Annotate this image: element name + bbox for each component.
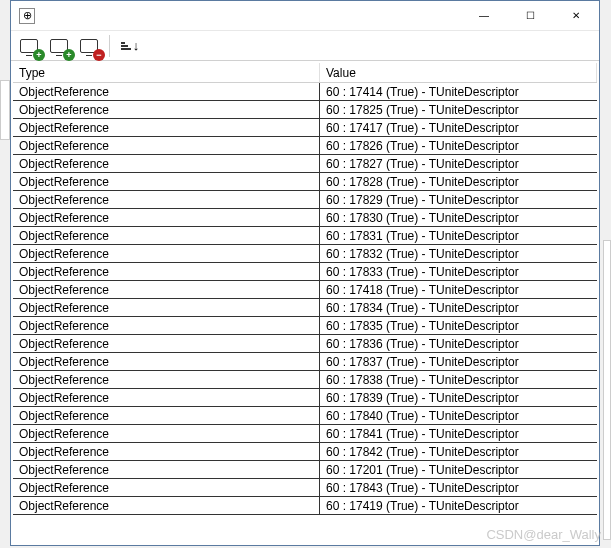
table-body: ObjectReference60 : 17414 (True) - TUnit… (13, 83, 597, 543)
table-row[interactable]: ObjectReference60 : 17825 (True) - TUnit… (13, 101, 597, 119)
inspector-window: ⊕ — ☐ ✕ + + − ↓ Type Value O (10, 0, 600, 546)
cell-type: ObjectReference (13, 497, 320, 514)
cell-value: 60 : 17842 (True) - TUniteDescriptor (320, 443, 597, 460)
cell-value: 60 : 17417 (True) - TUniteDescriptor (320, 119, 597, 136)
cell-type: ObjectReference (13, 335, 320, 352)
cell-value: 60 : 17201 (True) - TUniteDescriptor (320, 461, 597, 478)
cell-value: 60 : 17825 (True) - TUniteDescriptor (320, 101, 597, 118)
table-row[interactable]: ObjectReference60 : 17201 (True) - TUnit… (13, 461, 597, 479)
cell-type: ObjectReference (13, 299, 320, 316)
table-row[interactable]: ObjectReference60 : 17827 (True) - TUnit… (13, 155, 597, 173)
cell-value: 60 : 17837 (True) - TUniteDescriptor (320, 353, 597, 370)
table-row[interactable]: ObjectReference60 : 17418 (True) - TUnit… (13, 281, 597, 299)
table-row[interactable]: ObjectReference60 : 17835 (True) - TUnit… (13, 317, 597, 335)
cell-value: 60 : 17829 (True) - TUniteDescriptor (320, 191, 597, 208)
remove-watch-button[interactable]: − (75, 33, 103, 59)
table-row[interactable]: ObjectReference60 : 17829 (True) - TUnit… (13, 191, 597, 209)
cell-value: 60 : 17826 (True) - TUniteDescriptor (320, 137, 597, 154)
maximize-button[interactable]: ☐ (507, 1, 553, 31)
cell-type: ObjectReference (13, 137, 320, 154)
cell-type: ObjectReference (13, 173, 320, 190)
sort-button[interactable]: ↓ (116, 33, 144, 59)
table-row[interactable]: ObjectReference60 : 17839 (True) - TUnit… (13, 389, 597, 407)
data-table: Type Value ObjectReference60 : 17414 (Tr… (11, 61, 599, 545)
separator (109, 35, 110, 57)
cell-type: ObjectReference (13, 83, 320, 100)
cell-type: ObjectReference (13, 155, 320, 172)
cell-value: 60 : 17828 (True) - TUniteDescriptor (320, 173, 597, 190)
table-row[interactable]: ObjectReference60 : 17833 (True) - TUnit… (13, 263, 597, 281)
table-row[interactable]: ObjectReference60 : 17840 (True) - TUnit… (13, 407, 597, 425)
cell-value: 60 : 17836 (True) - TUniteDescriptor (320, 335, 597, 352)
cell-value: 60 : 17833 (True) - TUniteDescriptor (320, 263, 597, 280)
cell-type: ObjectReference (13, 479, 320, 496)
cell-value: 60 : 17418 (True) - TUniteDescriptor (320, 281, 597, 298)
cell-value: 60 : 17841 (True) - TUniteDescriptor (320, 425, 597, 442)
table-row[interactable]: ObjectReference60 : 17836 (True) - TUnit… (13, 335, 597, 353)
cell-value: 60 : 17827 (True) - TUniteDescriptor (320, 155, 597, 172)
add-watch-button-1[interactable]: + (15, 33, 43, 59)
titlebar[interactable]: ⊕ — ☐ ✕ (11, 1, 599, 31)
table-row[interactable]: ObjectReference60 : 17834 (True) - TUnit… (13, 299, 597, 317)
table-row[interactable]: ObjectReference60 : 17843 (True) - TUnit… (13, 479, 597, 497)
cell-type: ObjectReference (13, 119, 320, 136)
plus-badge-icon: + (63, 49, 75, 61)
add-watch-button-2[interactable]: + (45, 33, 73, 59)
minus-badge-icon: − (93, 49, 105, 61)
plus-badge-icon: + (33, 49, 45, 61)
table-row[interactable]: ObjectReference60 : 17414 (True) - TUnit… (13, 83, 597, 101)
cell-type: ObjectReference (13, 425, 320, 442)
cell-type: ObjectReference (13, 227, 320, 244)
cell-type: ObjectReference (13, 245, 320, 262)
sort-icon: ↓ (121, 38, 140, 53)
cell-type: ObjectReference (13, 353, 320, 370)
table-row[interactable]: ObjectReference60 : 17842 (True) - TUnit… (13, 443, 597, 461)
cell-type: ObjectReference (13, 209, 320, 226)
table-row[interactable]: ObjectReference60 : 17832 (True) - TUnit… (13, 245, 597, 263)
cell-value: 60 : 17414 (True) - TUniteDescriptor (320, 83, 597, 100)
cell-type: ObjectReference (13, 281, 320, 298)
cell-type: ObjectReference (13, 317, 320, 334)
cell-type: ObjectReference (13, 101, 320, 118)
table-row[interactable]: ObjectReference60 : 17830 (True) - TUnit… (13, 209, 597, 227)
toolbar: + + − ↓ (11, 31, 599, 61)
column-header-type[interactable]: Type (13, 63, 320, 82)
table-row[interactable]: ObjectReference60 : 17826 (True) - TUnit… (13, 137, 597, 155)
table-row[interactable]: ObjectReference60 : 17419 (True) - TUnit… (13, 497, 597, 515)
app-icon: ⊕ (19, 8, 35, 24)
table-row[interactable]: ObjectReference60 : 17828 (True) - TUnit… (13, 173, 597, 191)
cell-type: ObjectReference (13, 371, 320, 388)
cell-value: 60 : 17831 (True) - TUniteDescriptor (320, 227, 597, 244)
cell-value: 60 : 17835 (True) - TUniteDescriptor (320, 317, 597, 334)
close-button[interactable]: ✕ (553, 1, 599, 31)
table-row[interactable]: ObjectReference60 : 17841 (True) - TUnit… (13, 425, 597, 443)
cell-value: 60 : 17843 (True) - TUniteDescriptor (320, 479, 597, 496)
table-row[interactable]: ObjectReference60 : 17417 (True) - TUnit… (13, 119, 597, 137)
table-row[interactable]: ObjectReference60 : 17837 (True) - TUnit… (13, 353, 597, 371)
cell-type: ObjectReference (13, 389, 320, 406)
cell-type: ObjectReference (13, 191, 320, 208)
cell-type: ObjectReference (13, 461, 320, 478)
cell-value: 60 : 17838 (True) - TUniteDescriptor (320, 371, 597, 388)
cell-type: ObjectReference (13, 407, 320, 424)
table-header: Type Value (13, 63, 597, 83)
table-row[interactable]: ObjectReference60 : 17831 (True) - TUnit… (13, 227, 597, 245)
cell-value: 60 : 17419 (True) - TUniteDescriptor (320, 497, 597, 514)
table-row[interactable]: ObjectReference60 : 17838 (True) - TUnit… (13, 371, 597, 389)
cell-type: ObjectReference (13, 263, 320, 280)
cell-type: ObjectReference (13, 443, 320, 460)
cell-value: 60 : 17839 (True) - TUniteDescriptor (320, 389, 597, 406)
cell-value: 60 : 17840 (True) - TUniteDescriptor (320, 407, 597, 424)
cell-value: 60 : 17834 (True) - TUniteDescriptor (320, 299, 597, 316)
column-header-value[interactable]: Value (320, 63, 597, 82)
minimize-button[interactable]: — (461, 1, 507, 31)
cell-value: 60 : 17830 (True) - TUniteDescriptor (320, 209, 597, 226)
cell-value: 60 : 17832 (True) - TUniteDescriptor (320, 245, 597, 262)
